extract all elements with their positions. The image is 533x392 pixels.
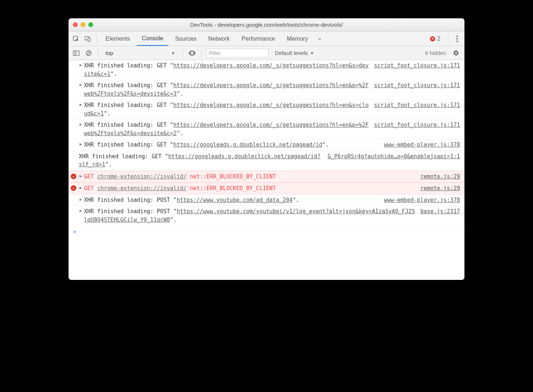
- console-output: ▶XHR finished loading: GET "https://deve…: [69, 60, 464, 280]
- separator: [448, 35, 448, 43]
- error-code: net::ERR_BLOCKED_BY_CLIENT: [190, 185, 276, 192]
- console-error-row: ✕▶GET chrome-extension://invalid/ net::E…: [69, 171, 464, 183]
- request-url[interactable]: https://googleads.g.doubleclick.net/page…: [173, 141, 322, 148]
- log-message: XHR finished loading: GET "https://googl…: [79, 141, 384, 149]
- console-toolbar: top ▼ Default levels ▼ 6 hidden: [69, 46, 464, 60]
- source-link[interactable]: remote.js:29: [420, 173, 460, 181]
- hidden-messages-count[interactable]: 6 hidden: [421, 50, 450, 56]
- chevron-down-icon: ▼: [310, 51, 314, 55]
- console-log-row: ▶XHR finished loading: POST "https://www…: [69, 206, 464, 226]
- console-log-row: ▶XHR finished loading: GET "https://deve…: [69, 119, 464, 139]
- console-log-row: ▶XHR finished loading: GET "https://deve…: [69, 80, 464, 100]
- http-method: GET: [84, 173, 97, 180]
- log-message: XHR finished loading: POST "https://www.…: [79, 196, 384, 204]
- log-message: XHR finished loading: GET "https://googl…: [79, 152, 328, 169]
- window-title: DevTools - developers.google.com/web/too…: [69, 22, 464, 28]
- tab-network[interactable]: Network: [203, 32, 235, 46]
- execution-context-selector[interactable]: top ▼: [103, 49, 178, 57]
- request-url[interactable]: https://googleads.g.doubleclick.net/page…: [79, 153, 320, 168]
- request-url[interactable]: https://www.youtube.com/ad_data_204: [177, 197, 293, 203]
- console-error-row: ✕▶GET chrome-extension://invalid/ net::E…: [69, 182, 464, 195]
- more-tabs-button[interactable]: »: [315, 36, 325, 42]
- console-log-row: ▶XHR finished loading: GET "https://goog…: [69, 139, 464, 151]
- error-icon: ✕: [71, 185, 76, 191]
- log-message: GET chrome-extension://invalid/ net::ERR…: [79, 184, 420, 193]
- source-link[interactable]: script_foot_closure.js:171: [374, 121, 460, 137]
- clear-console-icon[interactable]: [84, 48, 93, 58]
- console-log-row: ▶XHR finished loading: GET "https://deve…: [69, 60, 464, 80]
- console-prompt[interactable]: >: [69, 226, 464, 238]
- console-log-row: XHR finished loading: GET "https://googl…: [69, 151, 464, 171]
- devtools-tabbar: Elements Console Sources Network Perform…: [69, 32, 464, 46]
- tab-performance[interactable]: Performance: [236, 32, 280, 46]
- svg-line-6: [87, 51, 91, 55]
- filter-input[interactable]: [206, 49, 268, 58]
- disclosure-triangle-icon[interactable]: ▶: [80, 208, 82, 214]
- error-count: 2: [437, 36, 441, 42]
- live-expression-icon[interactable]: [187, 51, 197, 56]
- separator: [201, 49, 202, 57]
- tab-elements[interactable]: Elements: [100, 32, 135, 46]
- window-titlebar: DevTools - developers.google.com/web/too…: [69, 18, 464, 32]
- console-log-row: ▶XHR finished loading: GET "https://deve…: [69, 100, 464, 119]
- request-url[interactable]: chrome-extension://invalid/: [97, 173, 187, 180]
- disclosure-triangle-icon[interactable]: ▶: [80, 197, 82, 203]
- disclosure-triangle-icon[interactable]: ▶: [80, 185, 82, 191]
- separator: [96, 35, 97, 43]
- log-message: GET chrome-extension://invalid/ net::ERR…: [79, 173, 420, 181]
- request-url[interactable]: https://www.youtube.com/youtubei/v1/log_…: [84, 208, 415, 223]
- levels-label: Default levels: [275, 50, 308, 56]
- disclosure-triangle-icon[interactable]: ▶: [80, 141, 82, 148]
- settings-menu-button[interactable]: [452, 36, 462, 42]
- device-toolbar-icon[interactable]: [82, 34, 93, 44]
- log-message: XHR finished loading: GET "https://devel…: [79, 101, 374, 118]
- request-url[interactable]: https://developers.google.com/_s/getsugg…: [84, 82, 369, 97]
- disclosure-triangle-icon[interactable]: ▶: [80, 82, 82, 88]
- disclosure-triangle-icon[interactable]: ▶: [80, 62, 82, 69]
- request-url[interactable]: https://developers.google.com/_s/getsugg…: [84, 102, 369, 117]
- tab-sources[interactable]: Sources: [170, 32, 202, 46]
- tab-console[interactable]: Console: [137, 32, 169, 46]
- log-message: XHR finished loading: GET "https://devel…: [79, 81, 374, 98]
- minimize-window-button[interactable]: [81, 22, 85, 27]
- traffic-lights: [73, 22, 93, 27]
- error-count-badge[interactable]: ✕ 2: [426, 36, 444, 42]
- source-link[interactable]: script_foot_closure.js:171: [374, 62, 460, 78]
- svg-point-7: [191, 52, 193, 54]
- log-level-selector[interactable]: Default levels ▼: [271, 50, 318, 56]
- request-url[interactable]: https://developers.google.com/_s/getsugg…: [84, 122, 369, 137]
- close-window-button[interactable]: [73, 22, 78, 27]
- source-link[interactable]: www-embed-player.js:378: [384, 141, 460, 149]
- show-console-sidebar-icon[interactable]: [71, 48, 81, 58]
- source-link[interactable]: script_foot_closure.js:171: [374, 81, 460, 98]
- source-link[interactable]: base.js:2317: [420, 207, 460, 224]
- maximize-window-button[interactable]: [88, 22, 93, 27]
- disclosure-triangle-icon[interactable]: ▶: [80, 122, 82, 128]
- disclosure-triangle-icon[interactable]: ▶: [80, 173, 82, 180]
- source-link[interactable]: script_foot_closure.js:171: [374, 101, 460, 118]
- source-link[interactable]: www-embed-player.js:378: [384, 196, 460, 204]
- http-method: GET: [84, 185, 97, 192]
- error-icon: ✕: [430, 36, 435, 41]
- error-icon: ✕: [71, 174, 76, 179]
- console-settings-icon[interactable]: [453, 50, 462, 56]
- context-label: top: [106, 50, 113, 56]
- separator: [98, 49, 98, 57]
- log-message: XHR finished loading: GET "https://devel…: [79, 121, 374, 137]
- disclosure-triangle-icon[interactable]: ▶: [80, 102, 82, 108]
- svg-rect-2: [88, 38, 90, 41]
- error-code: net::ERR_BLOCKED_BY_CLIENT: [190, 173, 276, 180]
- separator: [183, 49, 183, 57]
- request-url[interactable]: https://developers.google.com/_s/getsugg…: [84, 62, 369, 77]
- console-log-row: ▶XHR finished loading: POST "https://www…: [69, 195, 464, 206]
- source-link[interactable]: remote.js:29: [420, 184, 460, 193]
- source-link[interactable]: G_P6rpRSr4g?autohide…o=0&enablejsapi=1:1: [328, 152, 460, 169]
- log-message: XHR finished loading: POST "https://www.…: [79, 207, 420, 224]
- chevron-down-icon: ▼: [171, 51, 175, 55]
- tab-memory[interactable]: Memory: [282, 32, 313, 46]
- request-url[interactable]: chrome-extension://invalid/: [97, 185, 187, 192]
- log-message: XHR finished loading: GET "https://devel…: [79, 62, 374, 78]
- inspect-element-icon[interactable]: [71, 34, 81, 44]
- devtools-window: DevTools - developers.google.com/web/too…: [69, 18, 464, 280]
